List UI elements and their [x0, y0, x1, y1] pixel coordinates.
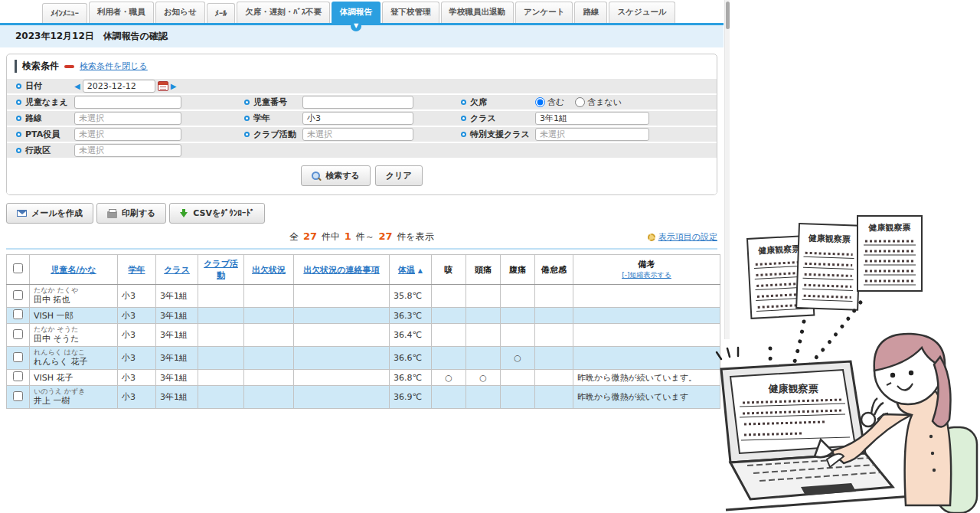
- cell-cough: [432, 386, 466, 409]
- svg-text:健康観察票: 健康観察票: [768, 383, 819, 394]
- child-number-input[interactable]: [302, 96, 413, 109]
- tab-absence[interactable]: 欠席・遅刻・ﾊﾞｽ不要: [237, 2, 330, 23]
- class-input[interactable]: [535, 112, 649, 125]
- club-input[interactable]: [302, 128, 413, 141]
- cell-fatigue: [535, 386, 573, 409]
- col-header-attendance[interactable]: 出欠状況: [244, 255, 294, 285]
- print-button[interactable]: 印刷する: [96, 203, 167, 224]
- tab-notices[interactable]: お知らせ: [155, 2, 205, 23]
- student-name: 田中 拓也: [34, 294, 113, 306]
- cell-headache: [466, 324, 501, 347]
- tab-survey[interactable]: アンケート: [515, 2, 573, 23]
- cell-temp: 36.8℃: [390, 370, 432, 386]
- cell-attendance-note: [294, 347, 390, 370]
- table-row: VISH 花子 小3 3年1組 36.8℃ ○ ○ 昨晩から微熱が続いています。: [7, 370, 720, 386]
- cell-attendance: [244, 386, 294, 409]
- create-mail-button[interactable]: メールを作成: [6, 203, 93, 224]
- display-settings-link[interactable]: 表示項目の設定: [658, 231, 717, 243]
- cell-club: [198, 324, 244, 347]
- col-header-name[interactable]: 児童名/かな: [30, 255, 118, 285]
- cell-fatigue: [535, 285, 573, 308]
- col-header-temp[interactable]: 体温 ▲: [390, 255, 432, 285]
- student-kana: いのうえ かずき: [34, 387, 113, 395]
- cell-headache: ○: [466, 370, 501, 386]
- row-checkbox[interactable]: [13, 352, 23, 362]
- absence-include-radio[interactable]: 含む: [535, 96, 564, 108]
- cell-attendance: [244, 370, 294, 386]
- row-checkbox[interactable]: [13, 371, 23, 381]
- table-row: VISH 一郎 小3 3年1組 36.3℃: [7, 308, 720, 324]
- tab-schedule[interactable]: スケジュール: [609, 2, 675, 23]
- cell-cough: ○: [432, 370, 466, 386]
- field-bullet-icon: [461, 100, 466, 105]
- row-checkbox[interactable]: [13, 391, 23, 401]
- cell-grade: 小3: [118, 308, 156, 324]
- tab-main-menu[interactable]: ﾒｲﾝﾒﾆｭｰ: [42, 3, 87, 23]
- scrollbar-thumb[interactable]: [726, 2, 730, 29]
- clear-button[interactable]: クリア: [375, 165, 423, 186]
- cell-cough: [432, 308, 466, 324]
- health-sheet-illustration: 健康観察票 健康観察票 健康観察票: [710, 207, 980, 513]
- col-header-attendance-note[interactable]: 出欠状況の連絡事項: [294, 255, 390, 285]
- special-class-input[interactable]: [535, 128, 649, 141]
- grade-input[interactable]: [302, 112, 413, 125]
- calendar-icon[interactable]: [158, 81, 168, 91]
- cell-stomachache: [501, 386, 535, 409]
- clear-button-label: クリア: [386, 170, 412, 181]
- cell-temp: 36.3℃: [390, 308, 432, 324]
- summary-suffix: 件を表示: [397, 231, 433, 242]
- tab-mail[interactable]: ﾒｰﾙ: [207, 3, 236, 23]
- prev-day-arrow[interactable]: ◀: [74, 82, 80, 90]
- cell-stomachache: [501, 324, 535, 347]
- select-all-cell: [7, 255, 30, 285]
- district-input[interactable]: [74, 144, 181, 157]
- shorten-display-link[interactable]: [-]短縮表示する: [575, 270, 718, 280]
- table-row: れんらく はなこれんらく 花子 小3 3年1組 36.6℃ ○: [7, 347, 720, 370]
- absence-exclude-radio[interactable]: 含まない: [575, 96, 622, 108]
- date-input[interactable]: [83, 80, 155, 93]
- tab-users-staff[interactable]: 利用者・職員: [89, 2, 154, 23]
- child-number-label: 児童番号: [253, 96, 287, 108]
- tab-routes[interactable]: 路線: [574, 2, 607, 23]
- collapse-minus-icon[interactable]: [64, 65, 74, 68]
- pta-input[interactable]: [74, 128, 181, 141]
- cell-class: 3年1組: [156, 285, 198, 308]
- cell-fatigue: [535, 347, 573, 370]
- pta-label: PTA役員: [25, 129, 60, 140]
- cell-class: 3年1組: [156, 386, 198, 409]
- row-checkbox[interactable]: [13, 329, 23, 339]
- row-checkbox[interactable]: [13, 309, 23, 319]
- col-header-class[interactable]: クラス: [156, 255, 198, 285]
- district-label: 行政区: [25, 145, 51, 156]
- tab-staff-attendance[interactable]: 学校職員出退勤: [441, 2, 514, 23]
- cell-grade: 小3: [118, 324, 156, 347]
- col-header-note: 備考 [-]短縮表示する: [573, 255, 720, 285]
- grade-label: 学年: [253, 113, 270, 124]
- child-name-input[interactable]: [74, 96, 181, 109]
- cell-club: [198, 386, 244, 409]
- csv-download-button[interactable]: CSVをﾀﾞｳﾝﾛｰﾄﾞ: [169, 203, 265, 224]
- cell-headache: [466, 347, 501, 370]
- col-header-club[interactable]: クラブ活動: [198, 255, 244, 285]
- page-title: 2023年12月12日 体調報告の確認: [0, 23, 724, 47]
- absence-include-label: 含む: [547, 96, 564, 108]
- col-header-grade[interactable]: 学年: [118, 255, 156, 285]
- student-name: 田中 そうた: [34, 333, 113, 345]
- row-checkbox[interactable]: [13, 290, 23, 300]
- field-bullet-icon: [16, 148, 21, 153]
- cell-note: [573, 308, 720, 324]
- close-search-conditions-link[interactable]: 検索条件を閉じる: [80, 60, 148, 72]
- filter-row-pta: PTA役員 クラブ活動 特別支援クラス: [7, 126, 717, 142]
- tab-commute-management[interactable]: 登下校管理: [382, 2, 439, 23]
- select-all-checkbox[interactable]: [13, 263, 23, 273]
- cell-club: [198, 347, 244, 370]
- next-day-arrow[interactable]: ▶: [171, 82, 177, 90]
- cell-class: 3年1組: [156, 347, 198, 370]
- top-tab-bar: ﾒｲﾝﾒﾆｭｰ 利用者・職員 お知らせ ﾒｰﾙ 欠席・遅刻・ﾊﾞｽ不要 体調報告…: [0, 0, 724, 23]
- search-button[interactable]: 検索する: [301, 165, 371, 186]
- print-label: 印刷する: [122, 207, 156, 219]
- csv-download-label: CSVをﾀﾞｳﾝﾛｰﾄﾞ: [193, 207, 254, 219]
- route-input[interactable]: [74, 112, 181, 125]
- tab-health-report[interactable]: 体調報告 ▼: [332, 2, 381, 23]
- table-row: たなか そうた田中 そうた 小3 3年1組 36.4℃: [7, 324, 720, 347]
